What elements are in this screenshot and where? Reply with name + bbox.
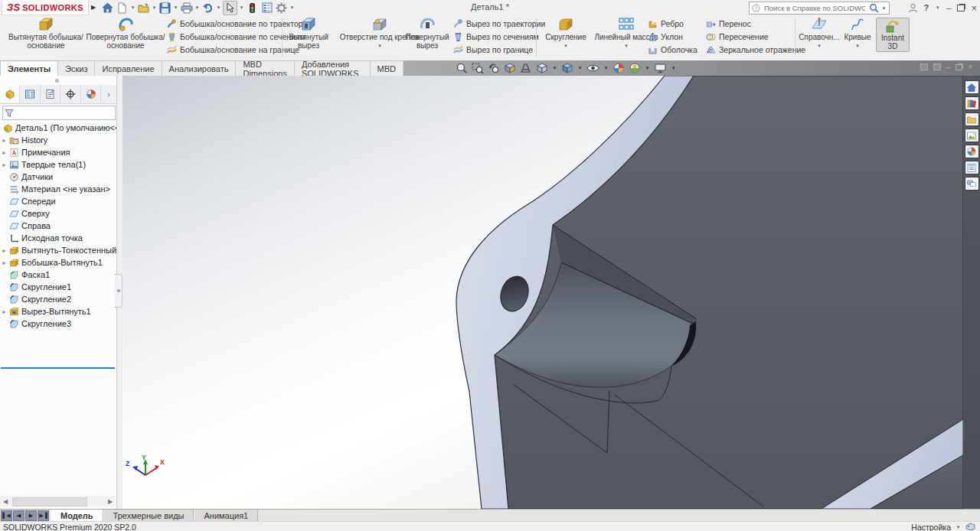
- propertymanager-tab[interactable]: [20, 85, 40, 103]
- featuremanager-tab[interactable]: [0, 85, 20, 103]
- curves-button[interactable]: Кривые ▾: [841, 17, 874, 50]
- reference-geometry-button[interactable]: Справочн... ▾: [798, 17, 841, 50]
- help-caret-icon[interactable]: ▾: [935, 5, 940, 11]
- custom-properties-button[interactable]: [965, 161, 979, 174]
- save-caret-icon[interactable]: ▾: [173, 5, 178, 11]
- hide-show-caret-icon[interactable]: ▾: [603, 65, 609, 71]
- instant3d-toggle-button[interactable]: Instant 3D: [876, 18, 910, 52]
- tree-item-fillet3[interactable]: Скругление3: [0, 318, 116, 330]
- panel-collapse-handle[interactable]: [55, 79, 59, 83]
- tab-sketch[interactable]: Эскиз: [58, 60, 95, 76]
- print-icon[interactable]: [180, 2, 193, 15]
- doc-restore-button[interactable]: [956, 64, 962, 70]
- tree-horizontal-scrollbar[interactable]: ◀ ▶: [0, 496, 116, 507]
- select-tool-caret-icon[interactable]: ▾: [239, 5, 244, 11]
- tree-item-solid-bodies[interactable]: ▸ Твердые тела(1): [0, 158, 116, 171]
- panel-splitter-handle[interactable]: [115, 274, 122, 308]
- tab-solidworks-addins[interactable]: Добавления SOLIDWORKS: [295, 60, 371, 76]
- user-login-icon[interactable]: [908, 3, 918, 13]
- new-document-icon[interactable]: [116, 2, 129, 15]
- section-view-icon[interactable]: [504, 62, 516, 74]
- tree-item-boss-extrude1[interactable]: ▸ Бобышка-Вытянуть1: [0, 256, 116, 269]
- file-explorer-button[interactable]: [965, 112, 979, 126]
- reference-geometry-caret-icon[interactable]: ▾: [817, 41, 822, 50]
- search-input[interactable]: [763, 3, 867, 13]
- rebuild-icon[interactable]: [246, 2, 259, 15]
- tree-item-annotations[interactable]: ▸ Примечания: [0, 146, 116, 158]
- move-item[interactable]: Перенос: [706, 18, 805, 30]
- doc-tile-icon[interactable]: [933, 64, 941, 70]
- tab-mbd[interactable]: MBD: [371, 60, 403, 76]
- tree-item-fillet2[interactable]: Скругление2: [0, 293, 116, 305]
- tree-item-right-plane[interactable]: Справа: [0, 220, 116, 232]
- solidworks-forum-button[interactable]: [965, 177, 979, 191]
- previous-view-icon[interactable]: [488, 62, 500, 74]
- search-icon[interactable]: [869, 3, 879, 13]
- graphics-viewport[interactable]: Y X Z: [122, 76, 963, 509]
- options-caret-icon[interactable]: ▾: [289, 5, 295, 11]
- tab-features[interactable]: Элементы: [0, 60, 58, 76]
- boundary-cut-item[interactable]: Вырез по границе: [453, 44, 545, 56]
- rollback-bar[interactable]: [1, 367, 115, 369]
- tab-evaluate[interactable]: Анализировать: [162, 60, 237, 76]
- tree-item-chamfer1[interactable]: Фаска1: [0, 269, 116, 281]
- resources-home-button[interactable]: [965, 80, 979, 94]
- dimxpertmanager-tab[interactable]: [60, 85, 80, 103]
- mirror-item[interactable]: Зеркальное отражение: [706, 44, 805, 56]
- file-properties-icon[interactable]: [260, 2, 273, 15]
- display-style-caret-icon[interactable]: ▾: [577, 65, 583, 71]
- configurationmanager-tab[interactable]: [41, 85, 60, 103]
- tree-item-material[interactable]: Материал <не указан>: [0, 183, 116, 195]
- draft-item[interactable]: Уклон: [648, 31, 697, 43]
- tab-model[interactable]: Модель: [51, 510, 103, 522]
- select-tool-button[interactable]: [223, 1, 237, 15]
- view-orientation-icon[interactable]: [536, 62, 548, 74]
- revolved-boss-button[interactable]: Повернутая бобышка/основание: [86, 17, 165, 50]
- tree-item-cut-extrude1[interactable]: ▸ Вырез-Вытянуть1: [0, 305, 116, 318]
- shell-item[interactable]: Оболочка: [648, 44, 697, 56]
- undo-icon[interactable]: [201, 2, 214, 15]
- restore-button[interactable]: [957, 5, 965, 11]
- expand-arrow-icon[interactable]: ▸: [0, 259, 8, 266]
- tree-item-fillet1[interactable]: Скругление1: [0, 281, 116, 293]
- view-orientation-caret-icon[interactable]: ▾: [552, 65, 557, 71]
- expand-arrow-icon[interactable]: ▸: [0, 149, 8, 156]
- dynamic-annotation-icon[interactable]: [520, 62, 532, 74]
- zoom-fit-icon[interactable]: [456, 62, 468, 74]
- extruded-cut-button[interactable]: Вытянутый вырез: [285, 17, 332, 50]
- next-tab-icon[interactable]: ▶: [25, 510, 37, 521]
- open-document-caret-icon[interactable]: ▾: [152, 5, 157, 11]
- close-button[interactable]: ×: [971, 2, 977, 14]
- tree-item-history[interactable]: ▸ History: [0, 134, 116, 146]
- linear-pattern-caret-icon[interactable]: ▾: [624, 41, 629, 50]
- curves-caret-icon[interactable]: ▾: [855, 41, 861, 50]
- scroll-right-icon[interactable]: ▶: [105, 498, 116, 505]
- last-tab-icon[interactable]: ▶▐: [38, 510, 49, 521]
- doc-close-button[interactable]: ×: [968, 63, 972, 71]
- first-tab-icon[interactable]: ▌◀: [1, 510, 12, 521]
- tree-item-sensors[interactable]: Датчики: [0, 171, 116, 183]
- tree-filter-input[interactable]: [2, 106, 116, 120]
- tree-item-top-plane[interactable]: Сверху: [0, 207, 116, 220]
- extruded-boss-button[interactable]: Вытянутая бобышка/основание: [8, 17, 84, 50]
- fillet-caret-icon[interactable]: ▾: [564, 41, 569, 50]
- edit-appearance-icon[interactable]: [612, 62, 625, 74]
- tree-item-front-plane[interactable]: Спереди: [0, 195, 116, 207]
- new-document-caret-icon[interactable]: ▾: [130, 5, 136, 11]
- help-search-box[interactable]: ? ▾: [749, 2, 890, 15]
- tree-item-origin[interactable]: Исходная точка: [0, 232, 116, 244]
- panel-tabs-overflow-chevron[interactable]: ›: [101, 85, 116, 103]
- apply-scene-icon[interactable]: [629, 62, 641, 74]
- tab-mbd-dimensions[interactable]: MBD Dimensions: [236, 60, 294, 76]
- tree-root-part[interactable]: Деталь1 (По умолчанию<<Г: [0, 122, 116, 134]
- view-settings-icon[interactable]: [654, 62, 667, 74]
- options-gear-icon[interactable]: [275, 2, 288, 15]
- swept-cut-item[interactable]: Вырез по траектории: [453, 18, 545, 30]
- zoom-area-icon[interactable]: [472, 62, 484, 74]
- tab-3d-views[interactable]: Трехмерные виды: [103, 510, 194, 522]
- doc-minimize-button[interactable]: –: [946, 63, 951, 71]
- prev-tab-icon[interactable]: ◀: [13, 510, 24, 521]
- view-settings-caret-icon[interactable]: ▾: [671, 65, 676, 71]
- scroll-left-icon[interactable]: ◀: [0, 498, 11, 505]
- status-customize-link[interactable]: Настройка: [911, 523, 951, 531]
